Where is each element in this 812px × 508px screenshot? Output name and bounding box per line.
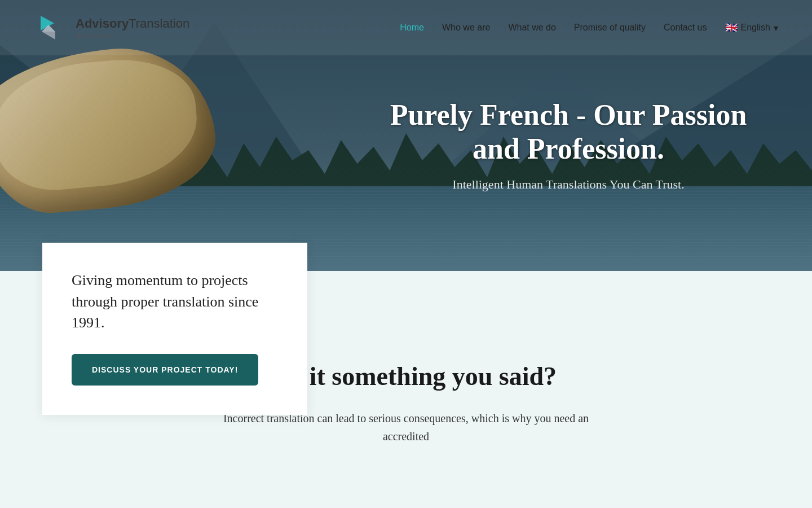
logo-text: AdvisoryTranslation Services <box>76 16 189 40</box>
nav-what-we-do[interactable]: What we do <box>508 23 555 33</box>
header: AdvisoryTranslation Services Home Who we… <box>0 0 812 55</box>
nav-home[interactable]: Home <box>400 23 424 33</box>
main-nav: Home Who we are What we do Promise of qu… <box>400 21 778 34</box>
intro-card: Giving momentum to projects through prop… <box>42 243 307 415</box>
hero-title: Purely French - Our Passion and Professi… <box>365 98 771 166</box>
flag-icon: 🇬🇧 <box>725 21 738 34</box>
hero-content: Purely French - Our Passion and Professi… <box>365 98 771 192</box>
logo-title: AdvisoryTranslation <box>76 16 189 31</box>
logo-subtitle: Services <box>76 31 189 40</box>
svg-marker-1 <box>42 32 55 40</box>
logo[interactable]: AdvisoryTranslation Services <box>34 10 189 45</box>
lang-label: English <box>741 23 770 33</box>
language-selector[interactable]: 🇬🇧 English ▾ <box>725 21 778 34</box>
logo-icon <box>34 10 69 45</box>
below-hero-section: Giving momentum to projects through prop… <box>0 271 812 508</box>
cta-button[interactable]: DISCUSS YOUR PROJECT TODAY! <box>72 354 258 386</box>
chevron-down-icon: ▾ <box>774 23 778 33</box>
card-text: Giving momentum to projects through prop… <box>72 270 278 334</box>
nav-promise[interactable]: Promise of quality <box>574 23 646 33</box>
hero-subtitle: Intelligent Human Translations You Can T… <box>365 177 771 191</box>
nav-who-we-are[interactable]: Who we are <box>442 23 490 33</box>
nav-contact[interactable]: Contact us <box>664 23 707 33</box>
